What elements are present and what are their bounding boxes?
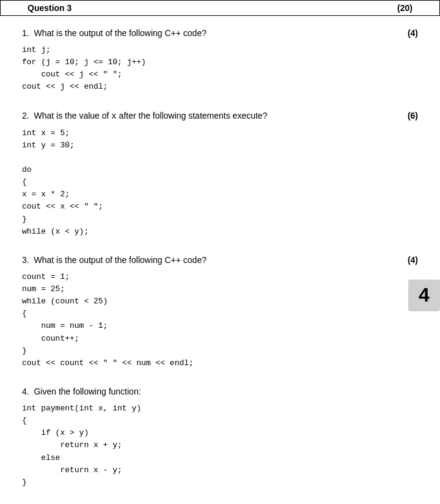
subquestion-4-text: 4. Given the following function: [22,387,141,396]
question-header: Question 3 (20) [0,0,440,16]
subquestion-1-header: 1. What is the output of the following C… [22,28,418,38]
subquestion-4: 4. Given the following function: int pay… [22,387,418,489]
subquestion-3-marks: (4) [408,255,418,265]
subquestion-1-marks: (4) [408,28,418,38]
subquestion-3-code: count = 1; num = 25; while (count < 25) … [22,271,418,369]
subquestion-2: 2. What is the value of x after the foll… [22,111,418,238]
question-header-title: Question 3 [28,3,72,13]
subquestion-4-header: 4. Given the following function: [22,387,418,396]
subquestion-2-header: 2. What is the value of x after the foll… [22,111,418,121]
subquestion-2-text: 2. What is the value of x after the foll… [22,111,267,121]
subquestion-3-header: 3. What is the output of the following C… [22,255,418,265]
subquestion-2-code: int x = 5; int y = 30; do { x = x * 2; c… [22,127,418,238]
page-badge: 4 [408,280,440,311]
question-header-marks: (20) [397,3,413,13]
subquestion-2-inline-code: x [111,111,116,121]
subquestion-2-marks: (6) [408,111,418,120]
subquestion-3-text: 3. What is the output of the following C… [22,255,207,265]
subquestion-3: 3. What is the output of the following C… [22,255,418,369]
subquestion-1: 1. What is the output of the following C… [22,28,418,94]
subquestion-4-code: int payment(int x, int y) { if (x > y) r… [22,402,418,489]
subquestion-1-text: 1. What is the output of the following C… [22,28,207,38]
subquestion-1-code: int j; for (j = 10; j <= 10; j++) cout <… [22,44,418,94]
